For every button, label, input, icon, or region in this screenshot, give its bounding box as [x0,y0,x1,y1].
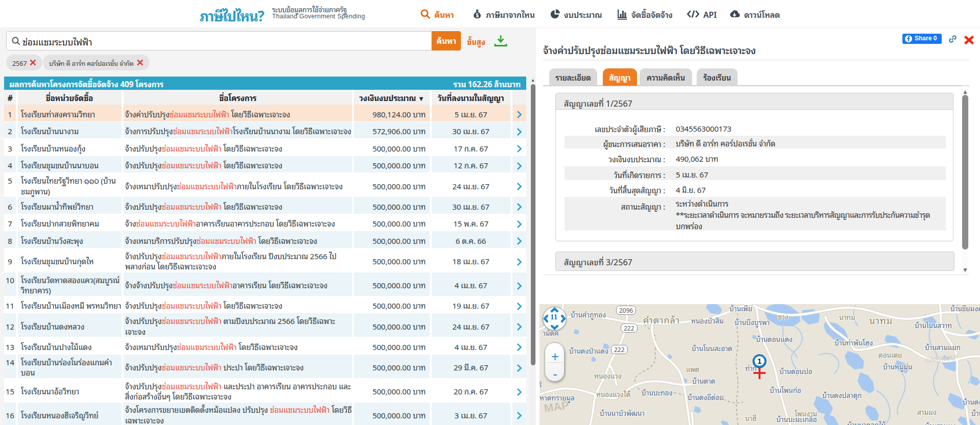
svg-text:$: $ [476,13,479,18]
svg-text:1: 1 [757,357,762,365]
